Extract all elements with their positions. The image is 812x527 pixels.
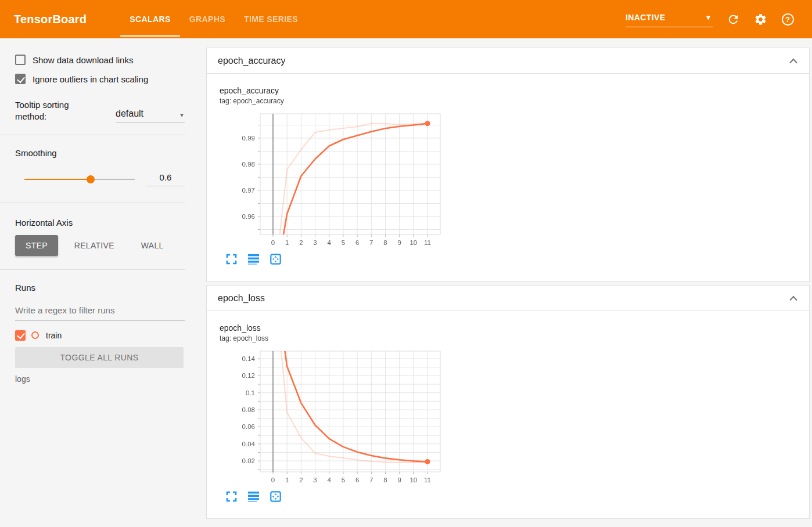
smoothing-value-field[interactable]: 0.6 bbox=[146, 172, 185, 186]
show-download-links-checkbox[interactable] bbox=[15, 55, 26, 65]
chevron-down-icon: ▾ bbox=[707, 13, 710, 21]
chart-title: epoch_loss bbox=[220, 323, 809, 333]
log-directory-label: logs bbox=[15, 374, 185, 384]
horizontal-axis-buttons: STEP RELATIVE WALL bbox=[15, 235, 185, 256]
svg-text:0: 0 bbox=[271, 477, 275, 483]
show-download-links-row: Show data download links bbox=[15, 55, 185, 65]
run-train-color-swatch[interactable] bbox=[31, 331, 39, 339]
svg-text:7: 7 bbox=[369, 239, 373, 246]
svg-text:0.99: 0.99 bbox=[242, 135, 255, 142]
epoch-accuracy-chart[interactable]: 0.960.970.980.9901234567891011 bbox=[220, 110, 444, 250]
help-icon[interactable]: ? bbox=[781, 12, 795, 26]
svg-text:8: 8 bbox=[383, 239, 387, 246]
axis-relative-button[interactable]: RELATIVE bbox=[64, 235, 125, 256]
svg-text:5: 5 bbox=[342, 477, 345, 483]
divider bbox=[0, 135, 185, 135]
svg-text:0.04: 0.04 bbox=[242, 441, 256, 447]
chart-toolbar bbox=[226, 254, 809, 265]
svg-text:0.97: 0.97 bbox=[242, 187, 255, 194]
svg-text:6: 6 bbox=[355, 239, 359, 246]
axis-wall-button[interactable]: WALL bbox=[131, 235, 174, 256]
smoothing-label: Smoothing bbox=[15, 148, 185, 158]
svg-text:1: 1 bbox=[285, 239, 289, 246]
ignore-outliers-row: Ignore outliers in chart scaling bbox=[15, 74, 185, 84]
smoothing-slider[interactable] bbox=[24, 175, 135, 183]
card-title: epoch_loss bbox=[218, 293, 265, 304]
card-epoch-loss: epoch_loss epoch_loss tag: epoch_loss 0.… bbox=[206, 285, 810, 519]
svg-text:4: 4 bbox=[328, 477, 332, 483]
tooltip-sorting-row: Tooltip sorting method: default ▾ bbox=[15, 99, 185, 123]
dashboard-main: epoch_accuracy epoch_accuracy tag: epoch… bbox=[206, 38, 812, 527]
card-epoch-loss-header[interactable]: epoch_loss bbox=[207, 286, 809, 311]
epoch-loss-chart[interactable]: 0.020.040.060.080.10.120.140123456789101… bbox=[220, 348, 444, 487]
fit-domain-icon[interactable] bbox=[270, 491, 281, 502]
card-epoch-accuracy-body: epoch_accuracy tag: epoch_accuracy 0.960… bbox=[207, 74, 809, 281]
svg-text:0.08: 0.08 bbox=[242, 406, 255, 413]
smoothing-slider-row: 0.6 bbox=[15, 172, 185, 186]
app-logo: TensorBoard bbox=[14, 0, 87, 38]
refresh-icon[interactable] bbox=[726, 12, 740, 26]
svg-text:11: 11 bbox=[424, 477, 431, 483]
runs-label: Runs bbox=[15, 283, 185, 293]
run-status-dropdown[interactable]: INACTIVE ▾ bbox=[626, 13, 713, 27]
axis-step-button[interactable]: STEP bbox=[15, 235, 58, 256]
svg-text:1: 1 bbox=[285, 477, 289, 483]
svg-text:3: 3 bbox=[313, 239, 317, 246]
svg-text:2: 2 bbox=[299, 477, 303, 483]
app-header: TensorBoard SCALARS GRAPHS TIME SERIES I… bbox=[0, 0, 812, 38]
horizontal-axis-section: Horizontal Axis STEP RELATIVE WALL bbox=[15, 218, 185, 256]
run-train-label: train bbox=[46, 331, 62, 340]
chevron-down-icon: ▾ bbox=[180, 111, 184, 119]
card-epoch-accuracy-header[interactable]: epoch_accuracy bbox=[207, 48, 809, 74]
smoothing-section: Smoothing 0.6 bbox=[15, 148, 185, 186]
data-card-icon[interactable] bbox=[248, 254, 259, 265]
svg-text:7: 7 bbox=[369, 477, 373, 483]
data-card-icon[interactable] bbox=[248, 491, 259, 502]
tab-scalars[interactable]: SCALARS bbox=[120, 0, 179, 38]
chart-tag: tag: epoch_accuracy bbox=[220, 97, 809, 105]
svg-text:11: 11 bbox=[424, 239, 431, 246]
show-download-links-label: Show data download links bbox=[33, 55, 133, 65]
svg-text:10: 10 bbox=[409, 239, 417, 246]
svg-text:0.98: 0.98 bbox=[242, 161, 255, 168]
svg-text:9: 9 bbox=[397, 239, 401, 246]
ignore-outliers-label: Ignore outliers in chart scaling bbox=[33, 74, 148, 84]
chevron-up-icon[interactable] bbox=[789, 57, 798, 64]
svg-text:8: 8 bbox=[383, 477, 387, 483]
chevron-up-icon[interactable] bbox=[789, 295, 798, 302]
horizontal-axis-label: Horizontal Axis bbox=[15, 218, 185, 228]
svg-text:9: 9 bbox=[397, 477, 401, 483]
svg-text:0.06: 0.06 bbox=[242, 423, 255, 430]
card-epoch-accuracy: epoch_accuracy epoch_accuracy tag: epoch… bbox=[206, 48, 810, 281]
tab-time-series[interactable]: TIME SERIES bbox=[235, 0, 307, 38]
svg-text:10: 10 bbox=[409, 477, 417, 483]
fullscreen-icon[interactable] bbox=[226, 254, 237, 265]
tooltip-sorting-dropdown[interactable]: default ▾ bbox=[116, 99, 185, 123]
svg-text:0.1: 0.1 bbox=[246, 389, 255, 396]
slider-fill bbox=[24, 179, 91, 181]
settings-sidebar: Show data download links Ignore outliers… bbox=[0, 38, 206, 527]
card-title: epoch_accuracy bbox=[218, 56, 286, 66]
chart-title: epoch_accuracy bbox=[220, 86, 809, 95]
card-epoch-loss-body: epoch_loss tag: epoch_loss 0.020.040.060… bbox=[207, 311, 809, 518]
toggle-all-runs-button[interactable]: TOGGLE ALL RUNS bbox=[15, 347, 184, 368]
gear-icon[interactable] bbox=[753, 12, 767, 26]
svg-text:4: 4 bbox=[328, 239, 332, 246]
svg-text:3: 3 bbox=[313, 477, 317, 483]
ignore-outliers-checkbox[interactable] bbox=[15, 74, 26, 84]
fullscreen-icon[interactable] bbox=[226, 491, 237, 502]
tooltip-sorting-value: default bbox=[116, 109, 143, 119]
run-train-checkbox[interactable] bbox=[15, 330, 26, 341]
slider-knob[interactable] bbox=[87, 175, 95, 183]
tab-graphs[interactable]: GRAPHS bbox=[180, 0, 235, 38]
fit-domain-icon[interactable] bbox=[270, 254, 281, 265]
chart-toolbar bbox=[226, 491, 809, 502]
svg-text:2: 2 bbox=[299, 239, 303, 246]
svg-text:0: 0 bbox=[271, 239, 275, 246]
divider bbox=[0, 269, 185, 270]
svg-text:0.12: 0.12 bbox=[242, 372, 255, 379]
run-row-train: train bbox=[15, 330, 185, 341]
svg-text:6: 6 bbox=[355, 477, 359, 483]
runs-filter-input[interactable] bbox=[15, 303, 185, 321]
help-glyph: ? bbox=[782, 13, 794, 26]
